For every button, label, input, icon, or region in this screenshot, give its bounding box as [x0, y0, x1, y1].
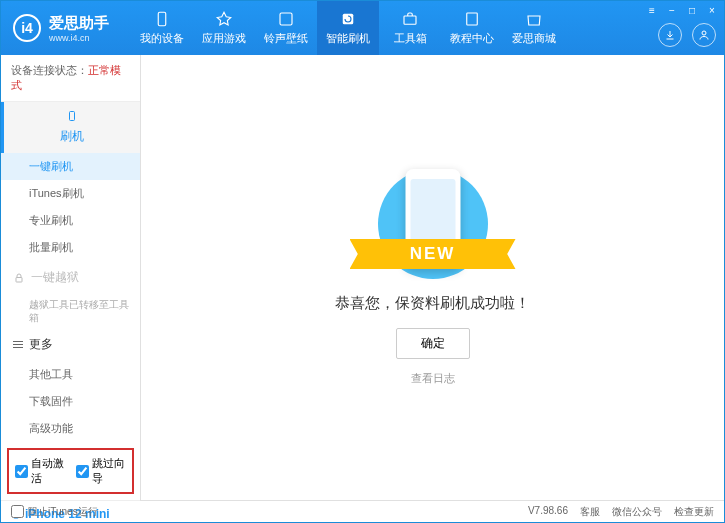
- window-controls: ≡ − □ ×: [644, 3, 720, 17]
- phone-icon: [66, 110, 78, 122]
- toolbox-icon: [401, 10, 419, 28]
- block-itunes-checkbox[interactable]: 阻止iTunes运行: [11, 505, 98, 519]
- main-nav: 我的设备 应用游戏 铃声壁纸 智能刷机 工具箱 教程中心 爱思商城: [131, 1, 565, 55]
- svg-rect-7: [16, 277, 22, 282]
- lock-icon: [13, 272, 25, 284]
- store-icon: [525, 10, 543, 28]
- footer-right: V7.98.66 客服 微信公众号 检查更新: [528, 505, 714, 519]
- version-label: V7.98.66: [528, 505, 568, 519]
- sidebar-item-pro[interactable]: 专业刷机: [1, 207, 140, 234]
- view-log-link[interactable]: 查看日志: [411, 371, 455, 386]
- phone-icon: [153, 10, 171, 28]
- footer-update[interactable]: 检查更新: [674, 505, 714, 519]
- nav-ringtones[interactable]: 铃声壁纸: [255, 1, 317, 55]
- new-banner: NEW: [350, 239, 516, 269]
- close-icon[interactable]: ×: [704, 3, 720, 17]
- svg-rect-6: [70, 112, 75, 121]
- sidebar-section-more[interactable]: 更多: [1, 328, 140, 361]
- user-button[interactable]: [692, 23, 716, 47]
- sidebar-item-oneclick[interactable]: 一键刷机: [1, 153, 140, 180]
- more-icon: [13, 341, 23, 348]
- footer-support[interactable]: 客服: [580, 505, 600, 519]
- device-status: 设备连接状态：正常模式: [1, 55, 140, 102]
- sidebar-item-other-tools[interactable]: 其他工具: [1, 361, 140, 388]
- nav-tutorials[interactable]: 教程中心: [441, 1, 503, 55]
- skip-guide-checkbox[interactable]: 跳过向导: [76, 456, 127, 486]
- logo-icon: i4: [13, 14, 41, 42]
- svg-point-5: [702, 31, 706, 35]
- app-name: 爱思助手: [49, 14, 109, 33]
- sidebar-item-advanced[interactable]: 高级功能: [1, 415, 140, 442]
- sidebar-item-download-fw[interactable]: 下载固件: [1, 388, 140, 415]
- minimize-icon[interactable]: −: [664, 3, 680, 17]
- maximize-icon[interactable]: □: [684, 3, 700, 17]
- auto-activate-checkbox[interactable]: 自动激活: [15, 456, 66, 486]
- jailbreak-note: 越狱工具已转移至工具箱: [1, 294, 140, 328]
- download-icon: [664, 29, 676, 41]
- nav-my-devices[interactable]: 我的设备: [131, 1, 193, 55]
- flash-options: 自动激活 跳过向导: [7, 448, 134, 494]
- svg-rect-4: [467, 13, 478, 25]
- nav-store[interactable]: 爱思商城: [503, 1, 565, 55]
- nav-apps-games[interactable]: 应用游戏: [193, 1, 255, 55]
- sidebar-item-itunes[interactable]: iTunes刷机: [1, 180, 140, 207]
- sidebar-item-batch[interactable]: 批量刷机: [1, 234, 140, 261]
- menu-icon[interactable]: ≡: [644, 3, 660, 17]
- body: 设备连接状态：正常模式 刷机 一键刷机 iTunes刷机 专业刷机 批量刷机 一…: [1, 55, 724, 500]
- main-content: NEW 恭喜您，保资料刷机成功啦！ 确定 查看日志: [141, 55, 724, 500]
- sidebar-section-flash[interactable]: 刷机: [1, 102, 140, 153]
- nav-toolbox[interactable]: 工具箱: [379, 1, 441, 55]
- svg-rect-3: [404, 16, 416, 24]
- app-icon: [215, 10, 233, 28]
- footer-wechat[interactable]: 微信公众号: [612, 505, 662, 519]
- wallpaper-icon: [277, 10, 295, 28]
- sidebar-section-jailbreak[interactable]: 一键越狱: [1, 261, 140, 294]
- svg-rect-2: [343, 14, 354, 25]
- app-header: i4 爱思助手 www.i4.cn 我的设备 应用游戏 铃声壁纸 智能刷机 工具…: [1, 1, 724, 55]
- nav-smart-flash[interactable]: 智能刷机: [317, 1, 379, 55]
- confirm-button[interactable]: 确定: [396, 328, 470, 359]
- svg-rect-0: [158, 12, 166, 26]
- refresh-icon: [339, 10, 357, 28]
- sidebar: 设备连接状态：正常模式 刷机 一键刷机 iTunes刷机 专业刷机 批量刷机 一…: [1, 55, 141, 500]
- success-illustration: NEW: [378, 169, 488, 279]
- book-icon: [463, 10, 481, 28]
- logo-area: i4 爱思助手 www.i4.cn: [1, 14, 121, 43]
- user-icon: [698, 29, 710, 41]
- download-button[interactable]: [658, 23, 682, 47]
- success-message: 恭喜您，保资料刷机成功啦！: [335, 294, 530, 313]
- svg-rect-1: [280, 13, 292, 25]
- header-actions: [658, 23, 716, 47]
- app-url: www.i4.cn: [49, 33, 109, 43]
